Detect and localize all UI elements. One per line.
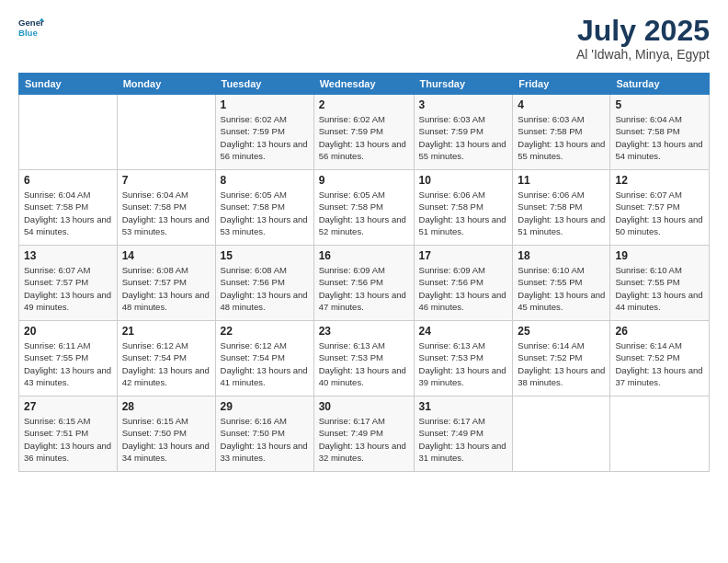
- day-number: 4: [518, 98, 605, 111]
- day-number: 5: [615, 98, 704, 111]
- day-number: 16: [319, 249, 409, 262]
- day-info: Sunrise: 6:15 AMSunset: 7:51 PMDaylight:…: [24, 415, 112, 464]
- day-info: Sunrise: 6:15 AMSunset: 7:50 PMDaylight:…: [122, 415, 210, 464]
- svg-text:General: General: [18, 17, 44, 28]
- cell-4-0: 27Sunrise: 6:15 AMSunset: 7:51 PMDayligh…: [19, 396, 118, 472]
- day-number: 24: [419, 325, 508, 338]
- cell-3-2: 22Sunrise: 6:12 AMSunset: 7:54 PMDayligh…: [215, 321, 313, 396]
- day-info: Sunrise: 6:17 AMSunset: 7:49 PMDaylight:…: [319, 415, 409, 464]
- day-info: Sunrise: 6:09 AMSunset: 7:56 PMDaylight:…: [319, 264, 409, 313]
- day-number: 15: [221, 249, 309, 262]
- day-info: Sunrise: 6:08 AMSunset: 7:57 PMDaylight:…: [122, 264, 210, 313]
- day-info: Sunrise: 6:14 AMSunset: 7:52 PMDaylight:…: [615, 339, 704, 388]
- day-number: 2: [319, 98, 409, 111]
- cell-4-5: [513, 396, 610, 472]
- week-row-3: 13Sunrise: 6:07 AMSunset: 7:57 PMDayligh…: [19, 246, 710, 321]
- cell-0-3: 2Sunrise: 6:02 AMSunset: 7:59 PMDaylight…: [313, 95, 414, 170]
- day-info: Sunrise: 6:04 AMSunset: 7:58 PMDaylight:…: [615, 113, 704, 162]
- header: General Blue July 2025 Al 'Idwah, Minya,…: [18, 15, 710, 62]
- svg-text:Blue: Blue: [18, 28, 38, 38]
- calendar-body: 1Sunrise: 6:02 AMSunset: 7:59 PMDaylight…: [19, 95, 710, 472]
- day-number: 9: [319, 174, 409, 187]
- day-info: Sunrise: 6:11 AMSunset: 7:55 PMDaylight:…: [24, 339, 112, 388]
- cell-3-5: 25Sunrise: 6:14 AMSunset: 7:52 PMDayligh…: [513, 321, 610, 396]
- day-number: 26: [615, 325, 704, 338]
- day-info: Sunrise: 6:12 AMSunset: 7:54 PMDaylight:…: [221, 339, 309, 388]
- cell-3-6: 26Sunrise: 6:14 AMSunset: 7:52 PMDayligh…: [610, 321, 710, 396]
- day-number: 8: [221, 174, 309, 187]
- day-number: 28: [122, 400, 210, 413]
- day-number: 10: [419, 174, 508, 187]
- day-number: 29: [221, 400, 309, 413]
- day-info: Sunrise: 6:04 AMSunset: 7:58 PMDaylight:…: [122, 189, 210, 237]
- day-number: 1: [221, 98, 309, 111]
- col-sunday: Sunday: [19, 74, 118, 95]
- cell-2-4: 17Sunrise: 6:09 AMSunset: 7:56 PMDayligh…: [414, 246, 513, 321]
- day-info: Sunrise: 6:09 AMSunset: 7:56 PMDaylight:…: [419, 264, 508, 313]
- day-info: Sunrise: 6:06 AMSunset: 7:58 PMDaylight:…: [419, 189, 508, 237]
- logo-icon: General Blue: [18, 15, 44, 40]
- day-info: Sunrise: 6:13 AMSunset: 7:53 PMDaylight:…: [419, 339, 508, 388]
- week-row-2: 6Sunrise: 6:04 AMSunset: 7:58 PMDaylight…: [19, 170, 710, 246]
- cell-1-5: 11Sunrise: 6:06 AMSunset: 7:58 PMDayligh…: [513, 170, 610, 246]
- cell-2-0: 13Sunrise: 6:07 AMSunset: 7:57 PMDayligh…: [19, 246, 118, 321]
- cell-1-6: 12Sunrise: 6:07 AMSunset: 7:57 PMDayligh…: [610, 170, 710, 246]
- day-number: 3: [419, 98, 508, 111]
- cell-1-4: 10Sunrise: 6:06 AMSunset: 7:58 PMDayligh…: [414, 170, 513, 246]
- cell-0-1: [117, 95, 215, 170]
- cell-3-3: 23Sunrise: 6:13 AMSunset: 7:53 PMDayligh…: [313, 321, 414, 396]
- col-tuesday: Tuesday: [215, 74, 313, 95]
- day-number: 6: [24, 174, 112, 187]
- day-number: 27: [24, 400, 112, 413]
- cell-4-2: 29Sunrise: 6:16 AMSunset: 7:50 PMDayligh…: [215, 396, 313, 472]
- cell-2-1: 14Sunrise: 6:08 AMSunset: 7:57 PMDayligh…: [117, 246, 215, 321]
- day-info: Sunrise: 6:05 AMSunset: 7:58 PMDaylight:…: [221, 189, 309, 237]
- month-title: July 2025: [576, 15, 710, 47]
- calendar-page: General Blue July 2025 Al 'Idwah, Minya,…: [0, 0, 728, 563]
- cell-0-2: 1Sunrise: 6:02 AMSunset: 7:59 PMDaylight…: [215, 95, 313, 170]
- day-number: 12: [615, 174, 704, 187]
- cell-2-2: 15Sunrise: 6:08 AMSunset: 7:56 PMDayligh…: [215, 246, 313, 321]
- day-info: Sunrise: 6:10 AMSunset: 7:55 PMDaylight:…: [615, 264, 704, 313]
- day-info: Sunrise: 6:07 AMSunset: 7:57 PMDaylight:…: [615, 189, 704, 237]
- day-info: Sunrise: 6:03 AMSunset: 7:58 PMDaylight:…: [518, 113, 605, 162]
- day-info: Sunrise: 6:14 AMSunset: 7:52 PMDaylight:…: [518, 339, 605, 388]
- header-row: Sunday Monday Tuesday Wednesday Thursday…: [19, 74, 710, 95]
- cell-0-5: 4Sunrise: 6:03 AMSunset: 7:58 PMDaylight…: [513, 95, 610, 170]
- day-info: Sunrise: 6:02 AMSunset: 7:59 PMDaylight:…: [221, 113, 309, 162]
- cell-0-0: [19, 95, 118, 170]
- cell-2-5: 18Sunrise: 6:10 AMSunset: 7:55 PMDayligh…: [513, 246, 610, 321]
- day-number: 21: [122, 325, 210, 338]
- day-info: Sunrise: 6:13 AMSunset: 7:53 PMDaylight:…: [319, 339, 409, 388]
- cell-1-1: 7Sunrise: 6:04 AMSunset: 7:58 PMDaylight…: [117, 170, 215, 246]
- cell-4-1: 28Sunrise: 6:15 AMSunset: 7:50 PMDayligh…: [117, 396, 215, 472]
- cell-4-3: 30Sunrise: 6:17 AMSunset: 7:49 PMDayligh…: [313, 396, 414, 472]
- day-info: Sunrise: 6:04 AMSunset: 7:58 PMDaylight:…: [24, 189, 112, 237]
- day-number: 22: [221, 325, 309, 338]
- day-number: 19: [615, 249, 704, 262]
- day-number: 23: [319, 325, 409, 338]
- day-number: 18: [518, 249, 605, 262]
- day-number: 11: [518, 174, 605, 187]
- day-info: Sunrise: 6:08 AMSunset: 7:56 PMDaylight:…: [221, 264, 309, 313]
- day-number: 20: [24, 325, 112, 338]
- cell-4-6: [610, 396, 710, 472]
- week-row-4: 20Sunrise: 6:11 AMSunset: 7:55 PMDayligh…: [19, 321, 710, 396]
- week-row-5: 27Sunrise: 6:15 AMSunset: 7:51 PMDayligh…: [19, 396, 710, 472]
- day-info: Sunrise: 6:03 AMSunset: 7:59 PMDaylight:…: [419, 113, 508, 162]
- day-info: Sunrise: 6:16 AMSunset: 7:50 PMDaylight:…: [221, 415, 309, 464]
- cell-1-3: 9Sunrise: 6:05 AMSunset: 7:58 PMDaylight…: [313, 170, 414, 246]
- day-info: Sunrise: 6:12 AMSunset: 7:54 PMDaylight:…: [122, 339, 210, 388]
- day-number: 13: [24, 249, 112, 262]
- day-info: Sunrise: 6:10 AMSunset: 7:55 PMDaylight:…: [518, 264, 605, 313]
- day-info: Sunrise: 6:02 AMSunset: 7:59 PMDaylight:…: [319, 113, 409, 162]
- cell-2-3: 16Sunrise: 6:09 AMSunset: 7:56 PMDayligh…: [313, 246, 414, 321]
- cell-1-0: 6Sunrise: 6:04 AMSunset: 7:58 PMDaylight…: [19, 170, 118, 246]
- day-number: 31: [419, 400, 508, 413]
- cell-0-4: 3Sunrise: 6:03 AMSunset: 7:59 PMDaylight…: [414, 95, 513, 170]
- day-number: 25: [518, 325, 605, 338]
- col-monday: Monday: [117, 74, 215, 95]
- week-row-1: 1Sunrise: 6:02 AMSunset: 7:59 PMDaylight…: [19, 95, 710, 170]
- day-info: Sunrise: 6:05 AMSunset: 7:58 PMDaylight:…: [319, 189, 409, 237]
- cell-2-6: 19Sunrise: 6:10 AMSunset: 7:55 PMDayligh…: [610, 246, 710, 321]
